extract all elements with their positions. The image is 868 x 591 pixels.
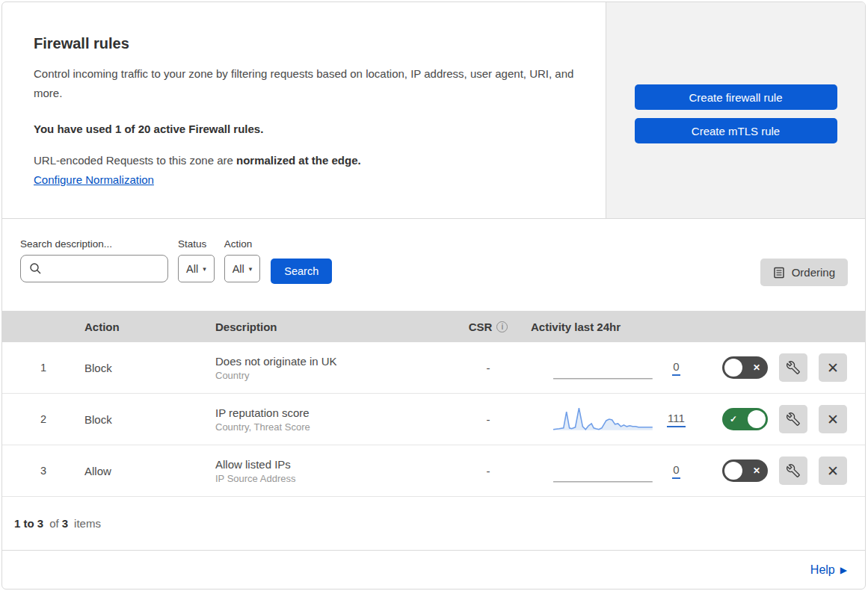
rule-description: Does not originate in UK [215,355,455,368]
search-button[interactable]: Search [271,259,332,284]
rule-enabled-toggle[interactable]: ✓ [722,408,768,430]
wrench-icon [787,412,800,426]
items-total: 3 [62,517,68,530]
intro-panel: Firewall rules Control incoming traffic … [2,2,606,218]
rule-controls: ✕ ✕ [694,353,865,382]
rule-enabled-toggle[interactable]: ✕ [722,460,768,482]
rule-action: Block [84,362,215,374]
action-value: All [233,263,244,275]
rule-description-cell: IP reputation score Country, Threat Scor… [215,406,455,433]
toggle-knob [724,359,742,377]
create-mtls-rule-button[interactable]: Create mTLS rule [635,118,837,143]
delete-rule-button[interactable]: ✕ [819,405,847,433]
arrow-right-icon: ▶ [840,565,847,575]
filter-bar: Search description... Status All ▾ Actio… [2,219,865,311]
activity-count-link[interactable]: 111 [659,412,694,427]
items-range: 1 to 3 [14,517,43,530]
activity-count-link[interactable]: 0 [659,463,694,479]
status-filter-group: Status All ▾ [178,238,215,282]
chevron-down-icon: ▾ [249,265,253,273]
action-column-header: Action [84,321,215,333]
status-label: Status [178,238,215,250]
rule-description-cell: Allow listed IPs IP Source Address [215,458,455,484]
rule-csr: - [487,413,490,426]
rule-fields: Country, Threat Score [215,421,455,433]
help-bar: Help ▶ [2,551,865,589]
chevron-down-icon: ▾ [203,265,206,273]
actions-panel: Create firewall rule Create mTLS rule [606,2,865,218]
rule-controls: ✓ ✕ [694,405,865,433]
action-label: Action [224,238,261,250]
help-link[interactable]: Help ▶ [810,563,847,577]
close-icon: ✕ [827,359,839,377]
search-label: Search description... [20,238,168,250]
wrench-icon [787,361,800,374]
delete-rule-button[interactable]: ✕ [819,457,847,485]
normalization-bold: normalized at the edge. [236,154,361,167]
activity-count-link[interactable]: 0 [659,360,694,376]
edit-rule-button[interactable] [779,457,807,485]
rule-description-cell: Does not originate in UK Country [215,355,455,381]
table-row: 2 Block IP reputation score Country, Thr… [2,394,865,445]
items-label: items [74,517,101,530]
rule-priority: 3 [40,465,46,477]
activity-sparkline [553,457,653,484]
toggle-state-icon: ✕ [753,465,760,476]
ordering-button[interactable]: Ordering [760,259,848,286]
table-row: 1 Block Does not originate in UK Country… [2,342,865,394]
info-icon[interactable]: i [496,321,508,332]
activity-sparkline [553,354,653,381]
page-title: Firewall rules [34,35,583,52]
csr-header-label: CSR [469,321,493,333]
activity-column-header: Activity last 24hr [522,321,694,333]
rule-csr: - [487,465,490,477]
rule-priority: 1 [40,362,46,374]
activity-sparkline [553,406,653,433]
activity-cell: 111 [522,406,694,433]
edit-rule-button[interactable] [779,405,807,433]
rule-fields: Country [215,370,455,381]
help-label: Help [810,563,835,577]
usage-summary: You have used 1 of 20 active Firewall ru… [34,123,583,135]
close-icon: ✕ [827,411,839,428]
search-group: Search description... [20,238,168,282]
edit-rule-button[interactable] [779,353,807,382]
rule-description: IP reputation score [215,406,455,419]
toggle-knob [724,462,742,480]
activity-cell: 0 [522,354,694,381]
page-description: Control incoming traffic to your zone by… [34,64,576,103]
toggle-state-icon: ✕ [753,362,760,373]
wrench-icon [787,464,800,477]
configure-normalization-link[interactable]: Configure Normalization [34,173,154,186]
normalization-text: URL-encoded Requests to this zone are no… [34,154,583,167]
rule-description: Allow listed IPs [215,458,455,471]
search-icon [29,262,42,275]
top-section: Firewall rules Control incoming traffic … [2,2,865,219]
description-column-header: Description [215,321,455,333]
search-input[interactable] [20,255,168,282]
ordered-list-icon [773,267,785,279]
close-icon: ✕ [827,462,839,480]
table-header: Action Description CSR i Activity last 2… [2,311,865,342]
rule-fields: IP Source Address [215,473,455,484]
items-of-text: of [49,517,59,530]
normalization-prefix: URL-encoded Requests to this zone are [34,154,236,167]
ordering-button-label: Ordering [792,266,835,279]
status-dropdown[interactable]: All ▾ [178,255,215,282]
action-dropdown[interactable]: All ▾ [224,255,261,282]
toggle-knob [748,410,766,428]
action-filter-group: Action All ▾ [224,238,261,282]
pagination-summary: 1 to 3 of 3 items [2,497,865,551]
rule-action: Block [84,413,215,426]
activity-cell: 0 [522,457,694,484]
rule-controls: ✕ ✕ [694,457,865,485]
table-row: 3 Allow Allow listed IPs IP Source Addre… [2,445,865,497]
rule-csr: - [487,362,490,374]
status-value: All [186,263,198,275]
csr-column-header: CSR i [469,321,508,333]
rule-action: Allow [84,465,215,477]
create-firewall-rule-button[interactable]: Create firewall rule [635,84,837,110]
rule-enabled-toggle[interactable]: ✕ [722,356,768,379]
toggle-state-icon: ✓ [730,414,737,424]
delete-rule-button[interactable]: ✕ [819,353,847,382]
